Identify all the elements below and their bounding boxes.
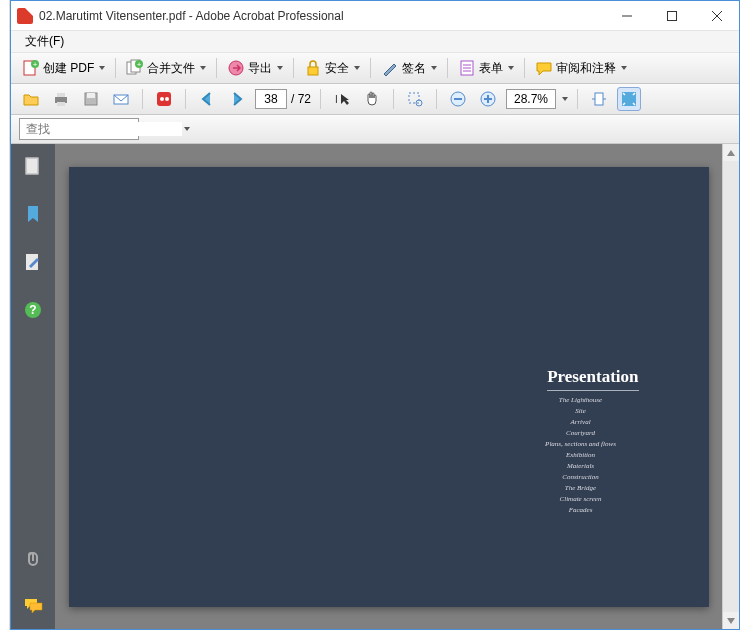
section-item: The Lighthouse (521, 395, 641, 406)
merge-button[interactable]: + 合并文件 (121, 56, 211, 80)
help-button[interactable]: ? (21, 298, 45, 322)
separator (577, 89, 578, 109)
titlebar: 02.Marutimt Vitensenter.pdf - Adobe Acro… (11, 1, 739, 31)
sign-button[interactable]: 签名 (376, 56, 442, 80)
page-indicator: / 72 (255, 89, 311, 109)
collab-button[interactable] (152, 87, 176, 111)
separator (436, 89, 437, 109)
svg-point-24 (160, 97, 164, 101)
separator (447, 58, 448, 78)
section-title: Presentation (547, 367, 638, 391)
svg-text:+: + (33, 60, 38, 69)
find-input[interactable] (20, 122, 182, 136)
menu-file[interactable]: 文件(F) (19, 31, 70, 52)
svg-text:?: ? (29, 303, 36, 317)
find-field-wrap (19, 118, 139, 140)
zoom-indicator (506, 89, 568, 109)
fit-page-button[interactable] (617, 87, 641, 111)
section-item: Climate screen (521, 494, 641, 505)
maximize-button[interactable] (649, 1, 694, 30)
dropdown-icon (431, 66, 437, 73)
zoom-out-button[interactable] (446, 87, 470, 111)
marquee-zoom-button[interactable] (403, 87, 427, 111)
email-button[interactable] (109, 87, 133, 111)
page-total: / 72 (291, 92, 311, 106)
svg-text:+: + (137, 60, 142, 69)
pdf-icon (17, 8, 33, 24)
svg-rect-19 (57, 102, 65, 106)
save-button[interactable] (79, 87, 103, 111)
left-app-strip (0, 0, 10, 630)
select-tool-button[interactable]: I (330, 87, 354, 111)
comment-icon (535, 59, 553, 77)
secure-label: 安全 (325, 60, 349, 77)
minimize-button[interactable] (604, 1, 649, 30)
merge-label: 合并文件 (147, 60, 195, 77)
export-button[interactable]: 导出 (222, 56, 288, 80)
comments-panel-button[interactable] (21, 593, 45, 617)
dropdown-icon[interactable] (184, 127, 190, 134)
window-title: 02.Marutimt Vitensenter.pdf - Adobe Acro… (39, 9, 604, 23)
scroll-down-button[interactable] (723, 612, 739, 629)
dropdown-icon (277, 66, 283, 73)
review-label: 审阅和注释 (556, 60, 616, 77)
svg-rect-36 (26, 158, 38, 174)
separator (393, 89, 394, 109)
fit-width-button[interactable] (587, 87, 611, 111)
scroll-track[interactable] (723, 161, 739, 612)
separator (185, 89, 186, 109)
dropdown-icon (99, 66, 105, 73)
separator (142, 89, 143, 109)
content-area: ? Presentation The LighthouseSiteArrival… (11, 144, 739, 629)
dropdown-icon[interactable] (562, 97, 568, 104)
zoom-in-button[interactable] (476, 87, 500, 111)
hand-tool-button[interactable] (360, 87, 384, 111)
forms-label: 表单 (479, 60, 503, 77)
separator (370, 58, 371, 78)
prev-page-button[interactable] (195, 87, 219, 111)
create-pdf-button[interactable]: + 创建 PDF (17, 56, 110, 80)
bookmarks-panel-button[interactable] (21, 202, 45, 226)
svg-rect-27 (409, 93, 419, 103)
section-item: Site (521, 406, 641, 417)
document-viewport[interactable]: Presentation The LighthouseSiteArrivalCo… (55, 144, 722, 629)
signatures-panel-button[interactable] (21, 250, 45, 274)
form-icon (458, 59, 476, 77)
close-button[interactable] (694, 1, 739, 30)
svg-rect-1 (667, 11, 676, 20)
section-list: The LighthouseSiteArrivalCourtyardPlans,… (521, 395, 641, 516)
app-window: 02.Marutimt Vitensenter.pdf - Adobe Acro… (10, 0, 740, 630)
sign-label: 签名 (402, 60, 426, 77)
separator (320, 89, 321, 109)
next-page-button[interactable] (225, 87, 249, 111)
section-item: The Bridge (521, 483, 641, 494)
scroll-up-button[interactable] (723, 144, 739, 161)
dropdown-icon (621, 66, 627, 73)
attachments-panel-button[interactable] (21, 545, 45, 569)
separator (293, 58, 294, 78)
window-controls (604, 1, 739, 30)
main-toolbar: + 创建 PDF + 合并文件 导出 安全 签名 (11, 53, 739, 84)
page-input[interactable] (255, 89, 287, 109)
pdf-page: Presentation The LighthouseSiteArrivalCo… (69, 167, 709, 607)
review-button[interactable]: 审阅和注释 (530, 56, 632, 80)
forms-button[interactable]: 表单 (453, 56, 519, 80)
print-button[interactable] (49, 87, 73, 111)
find-toolbar (11, 115, 739, 144)
pen-icon (381, 59, 399, 77)
secure-button[interactable]: 安全 (299, 56, 365, 80)
section-item: Construction (521, 472, 641, 483)
lock-icon (304, 59, 322, 77)
vertical-scrollbar[interactable] (722, 144, 739, 629)
menubar: 文件(F) (11, 31, 739, 53)
svg-rect-21 (87, 93, 95, 98)
section-item: Arrival (521, 417, 641, 428)
open-button[interactable] (19, 87, 43, 111)
section-item: Materials (521, 461, 641, 472)
merge-icon: + (126, 59, 144, 77)
section-item: Courtyard (521, 428, 641, 439)
svg-rect-12 (308, 67, 318, 75)
pages-panel-button[interactable] (21, 154, 45, 178)
separator (115, 58, 116, 78)
zoom-input[interactable] (506, 89, 556, 109)
